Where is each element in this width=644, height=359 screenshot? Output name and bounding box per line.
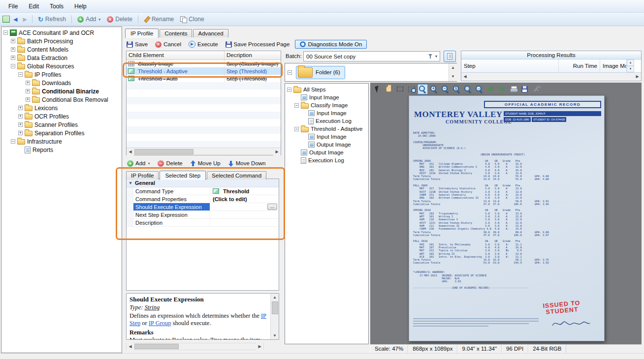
zoom-in-tool[interactable]: + xyxy=(429,84,439,94)
nav-item-conditional-binarize[interactable]: +Conditional Binarize xyxy=(1,87,122,95)
expand-icon[interactable]: + xyxy=(26,89,30,93)
rename-button[interactable]: Rename xyxy=(141,15,176,24)
nav-item-ip-profiles[interactable]: −IP Profiles xyxy=(1,70,122,79)
menu-item-tools[interactable]: Tools xyxy=(44,1,69,12)
expand-icon[interactable]: + xyxy=(18,106,23,110)
zoom-region-tool[interactable] xyxy=(406,84,417,94)
results-spinner[interactable]: ▲▼ xyxy=(627,60,634,72)
clone-button[interactable]: Clone xyxy=(178,15,206,24)
collapse-icon[interactable]: − xyxy=(287,88,291,92)
collapse-icon[interactable]: − xyxy=(11,139,15,144)
menu-item-help[interactable]: Help xyxy=(69,1,92,12)
scroll-left-icon[interactable]: ◀ xyxy=(127,148,134,155)
nav-item-separation-profiles[interactable]: +Separation Profiles xyxy=(1,129,122,137)
add-button[interactable]: +Add▾ xyxy=(75,15,103,24)
nav-item-batch-processing[interactable]: +Batch Processing xyxy=(1,37,122,45)
print-button[interactable] xyxy=(508,84,518,94)
scroll-right-icon[interactable]: ▶ xyxy=(273,148,281,155)
step-node-execution-log[interactable]: Execution Log xyxy=(285,156,368,164)
table-row-threshold-adaptive[interactable]: Threshold - AdaptiveStep (Threshold) xyxy=(127,67,281,75)
tab-selected-step[interactable]: Selected Step xyxy=(160,171,206,180)
batch-combobox[interactable]: 00 Source Set copy ▾ xyxy=(303,51,440,61)
scrollbar-thumb[interactable] xyxy=(272,301,278,314)
back-button[interactable]: ◀ xyxy=(11,15,19,24)
tab-contents[interactable]: Contents xyxy=(160,29,192,37)
collapse-icon[interactable]: − xyxy=(11,64,15,68)
step-node-classify-image[interactable]: −Classify Image xyxy=(285,101,368,109)
menu-item-edit[interactable]: Edit xyxy=(23,1,44,12)
property-category-general[interactable]: ▾ General xyxy=(127,179,279,187)
collapse-icon[interactable]: ▾ xyxy=(128,180,133,185)
nav-item-ocr-profiles[interactable]: +OCR Profiles xyxy=(1,112,122,120)
expand-icon[interactable]: + xyxy=(18,122,23,127)
ip-group-link[interactable]: IP Group xyxy=(149,320,171,327)
scroll-right-icon[interactable]: ▶ xyxy=(256,343,263,350)
results-column-run-time[interactable]: Run Time xyxy=(559,60,600,72)
save-image-button[interactable] xyxy=(519,84,530,94)
property-command-type[interactable]: Command TypeThreshold xyxy=(127,187,279,195)
property-next-step-expression[interactable]: Next Step Expression xyxy=(127,211,279,219)
scroll-down-icon[interactable]: ▼ xyxy=(271,332,279,339)
tab-ip-profile[interactable]: IP Profile xyxy=(125,29,159,38)
folder-scrollbar[interactable]: ▲ ▼ xyxy=(449,63,456,81)
collapse-icon[interactable]: − xyxy=(288,70,292,75)
property-value[interactable]: Threshold xyxy=(210,188,279,194)
spinner-down-icon[interactable]: ▼ xyxy=(627,66,634,72)
scrollbar-thumb[interactable] xyxy=(134,344,179,349)
table-horizontal-scrollbar[interactable]: ◀ ▶ xyxy=(127,148,281,155)
column-header-description[interactable]: Decription xyxy=(225,51,281,60)
step-node-threshold-adaptive[interactable]: −Threshold - Adaptive xyxy=(285,125,368,133)
expand-icon[interactable]: + xyxy=(11,39,15,43)
step-node-output-image[interactable]: Output Image xyxy=(285,149,368,156)
app-home-icon[interactable] xyxy=(2,16,10,23)
collapse-icon[interactable]: − xyxy=(294,127,299,131)
tab-selected-command[interactable]: Selected Command xyxy=(207,171,266,180)
collapse-icon[interactable]: − xyxy=(294,103,299,108)
move-down-button[interactable]: Move Down xyxy=(228,160,266,167)
rotate-cw-tool[interactable]: ↻ xyxy=(497,84,507,94)
actual-size-tool[interactable]: 1 xyxy=(451,84,462,94)
expand-icon[interactable]: + xyxy=(26,97,30,102)
scroll-down-icon[interactable]: ▼ xyxy=(449,72,457,81)
scrollbar-thumb[interactable] xyxy=(134,149,193,154)
fit-width-tool[interactable]: ↔ xyxy=(474,84,484,94)
forward-button[interactable]: ▶ xyxy=(21,15,29,24)
spinner-up-icon[interactable]: ▲ xyxy=(627,60,634,66)
save-processed-page-button[interactable]: Save Processed Page xyxy=(224,40,292,49)
settings-button[interactable] xyxy=(531,84,541,94)
property-should-execute-expression[interactable]: Should Execute Expression... xyxy=(127,203,279,211)
folder-item[interactable]: Folder (6) xyxy=(296,66,345,79)
step-node-execution-log[interactable]: Execution Log xyxy=(285,117,368,125)
batch-report-button[interactable] xyxy=(444,51,456,62)
column-header-child-element[interactable]: Child Element xyxy=(127,51,225,60)
nav-item-lexicons[interactable]: +Lexicons xyxy=(1,104,122,112)
nav-item-content-models[interactable]: +Content Models xyxy=(1,45,122,54)
add-step-button[interactable]: +Add▾ xyxy=(127,160,150,167)
expand-icon[interactable]: + xyxy=(18,114,23,119)
pointer-tool[interactable] xyxy=(372,84,383,94)
document-image[interactable]: OFFICIAL ACADEMIC RECORD MONTEREY VALLEY… xyxy=(409,95,605,341)
step-node-input-image[interactable]: Input Image xyxy=(285,109,368,117)
nav-item-data-extraction[interactable]: +Data Extraction xyxy=(1,54,122,62)
refresh-button[interactable]: ↻Refresh xyxy=(35,15,68,24)
help-vertical-scrollbar[interactable]: ▲ ▼ xyxy=(270,294,279,339)
scroll-up-icon[interactable]: ▲ xyxy=(449,63,457,72)
save-button[interactable]: Save xyxy=(125,40,150,49)
magnifier-tool[interactable] xyxy=(418,84,428,94)
table-row-classify-image[interactable]: Classify ImageStep (Classify Image) xyxy=(127,60,281,67)
step-node-all-steps[interactable]: −All Steps xyxy=(285,86,368,93)
cancel-button[interactable]: ×Cancel xyxy=(153,40,183,49)
step-node-input-image[interactable]: Input Image xyxy=(285,133,368,141)
nav-item-reports[interactable]: Reports xyxy=(1,146,122,154)
nav-item-infrastructure[interactable]: −Infrastructure xyxy=(1,137,122,146)
results-horizontal-scrollbar[interactable]: ◀ ▶ xyxy=(461,73,641,80)
scroll-left-icon[interactable]: ◀ xyxy=(127,343,134,350)
property-command-properties[interactable]: Command Properties(Click to edit) xyxy=(127,195,279,203)
nav-item-downloads[interactable]: +Downloads xyxy=(1,79,122,87)
tab-ip-profile[interactable]: IP Profile xyxy=(126,171,159,180)
panel-horizontal-scrollbar[interactable]: ◀ ▶ xyxy=(126,343,264,350)
nav-item-global-resources[interactable]: −Global Resources xyxy=(1,62,122,70)
delete-button[interactable]: ×Delete xyxy=(104,15,135,24)
nav-item-scanner-profiles[interactable]: +Scanner Profiles xyxy=(1,120,122,129)
execute-button[interactable]: ▶Execute xyxy=(187,40,220,49)
